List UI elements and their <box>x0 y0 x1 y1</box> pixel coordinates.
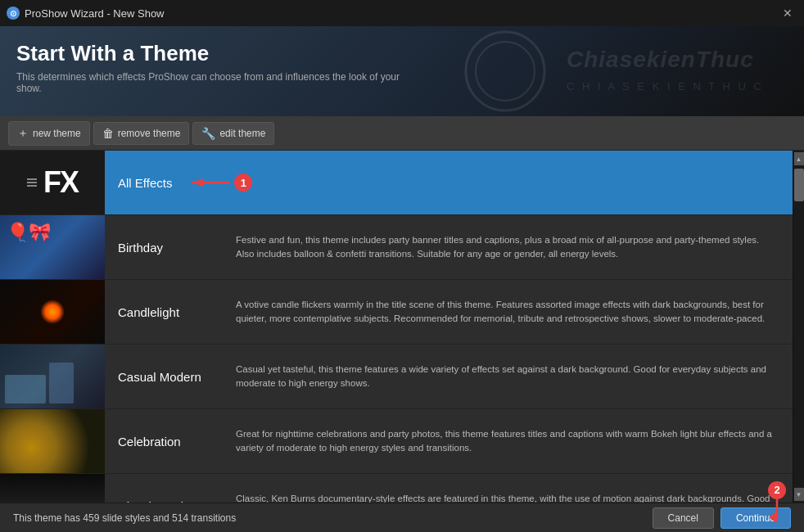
celebration-info: Celebration <box>105 428 236 455</box>
annotation-2-wrapper: 2 <box>768 481 786 522</box>
theme-item-celebration[interactable]: Celebration Great for nighttime celebrat… <box>0 409 793 474</box>
celebration-thumbnail <box>0 409 105 473</box>
new-theme-button[interactable]: ＋ new theme <box>8 121 90 146</box>
casual-name: Casual Modern <box>118 370 201 384</box>
close-button[interactable]: ✕ <box>778 3 797 23</box>
birthday-info: Birthday <box>105 234 236 261</box>
annotation-2: 2 <box>768 481 786 499</box>
scroll-down[interactable]: ▼ <box>794 488 804 501</box>
classic-info: Classic Dark <box>105 493 236 503</box>
candlelight-name: Candlelight <box>118 305 179 319</box>
title-bar: ⊙ ProShow Wizard - New Show ✕ <box>0 0 804 26</box>
arrow-left-svg <box>185 173 234 192</box>
fx-label: FX <box>43 165 78 200</box>
page-subtitle: This determines which effects ProShow ca… <box>16 71 426 94</box>
plus-icon: ＋ <box>17 126 29 141</box>
new-theme-label: new theme <box>33 128 81 139</box>
svg-text:ChiasekienThuc: ChiasekienThuc <box>567 47 754 72</box>
candlelight-thumbnail <box>0 280 105 344</box>
casual-thumbnail <box>0 345 105 408</box>
wrench-icon: 🔧 <box>201 127 215 140</box>
action-buttons: Cancel Continue 2 <box>653 507 791 529</box>
theme-list[interactable]: FX All Effects 1 <box>0 151 793 503</box>
candlelight-info: Candlelight <box>105 299 236 326</box>
watermark: ChiasekienThuc C H I A S E K I E N T H U… <box>460 26 804 116</box>
svg-point-0 <box>466 32 544 110</box>
down-arrow-svg <box>769 499 785 522</box>
status-text: This theme has 459 slide styles and 514 … <box>13 512 236 524</box>
classic-thumbnail <box>0 474 105 503</box>
trash-icon: 🗑 <box>102 127 114 140</box>
theme-item-all-effects[interactable]: FX All Effects 1 <box>0 151 793 215</box>
theme-item-birthday[interactable]: Birthday Festive and fun, this theme inc… <box>0 215 793 280</box>
all-effects-name: All Effects <box>118 176 172 190</box>
annotation-1: 1 <box>234 174 252 192</box>
remove-theme-button[interactable]: 🗑 remove theme <box>93 122 190 145</box>
casual-info: Casual Modern <box>105 363 236 390</box>
edit-theme-label: edit theme <box>219 128 265 139</box>
theme-item-casual-modern[interactable]: Casual Modern Casual yet tasteful, this … <box>0 345 793 409</box>
theme-item-classic-dark[interactable]: Classic Dark Classic, Ken Burns document… <box>0 474 793 503</box>
classic-name: Classic Dark <box>118 499 187 503</box>
svg-point-1 <box>476 42 535 101</box>
celebration-description: Great for nighttime celebrations and par… <box>236 421 793 462</box>
casual-description: Casual yet tasteful, this theme features… <box>236 356 793 398</box>
toolbar: ＋ new theme 🗑 remove theme 🔧 edit theme <box>0 116 804 151</box>
scroll-up[interactable]: ▲ <box>794 152 804 165</box>
candlelight-description: A votive candle flickers warmly in the t… <box>236 291 793 333</box>
birthday-thumbnail <box>0 215 105 279</box>
content-area: FX All Effects 1 <box>0 151 804 503</box>
header: Start With a Theme This determines which… <box>0 26 804 116</box>
celebration-name: Celebration <box>118 435 181 449</box>
edit-theme-button[interactable]: 🔧 edit theme <box>192 122 274 145</box>
scroll-thumb[interactable] <box>794 169 804 201</box>
theme-item-candlelight[interactable]: Candlelight A votive candle flickers war… <box>0 280 793 345</box>
svg-text:C H I A S E  K I E N  T H U C: C H I A S E K I E N T H U C <box>567 80 764 92</box>
window-title: ProShow Wizard - New Show <box>25 7 165 20</box>
continue-wrapper: Continue 2 <box>720 507 791 529</box>
title-bar-left: ⊙ ProShow Wizard - New Show <box>7 7 165 20</box>
app-icon: ⊙ <box>7 7 20 20</box>
cancel-button[interactable]: Cancel <box>653 507 714 529</box>
birthday-name: Birthday <box>118 241 163 255</box>
all-effects-info: All Effects 1 <box>105 166 793 199</box>
scrollbar[interactable]: ▲ ▼ <box>793 151 804 503</box>
remove-theme-label: remove theme <box>118 128 181 139</box>
status-bar: This theme has 459 slide styles and 514 … <box>0 503 804 532</box>
classic-description: Classic, Ken Burns documentary-style eff… <box>236 485 793 503</box>
fx-thumbnail: FX <box>0 151 105 214</box>
arrow-annotation-1: 1 <box>185 173 252 192</box>
birthday-description: Festive and fun, this theme includes par… <box>236 227 793 268</box>
